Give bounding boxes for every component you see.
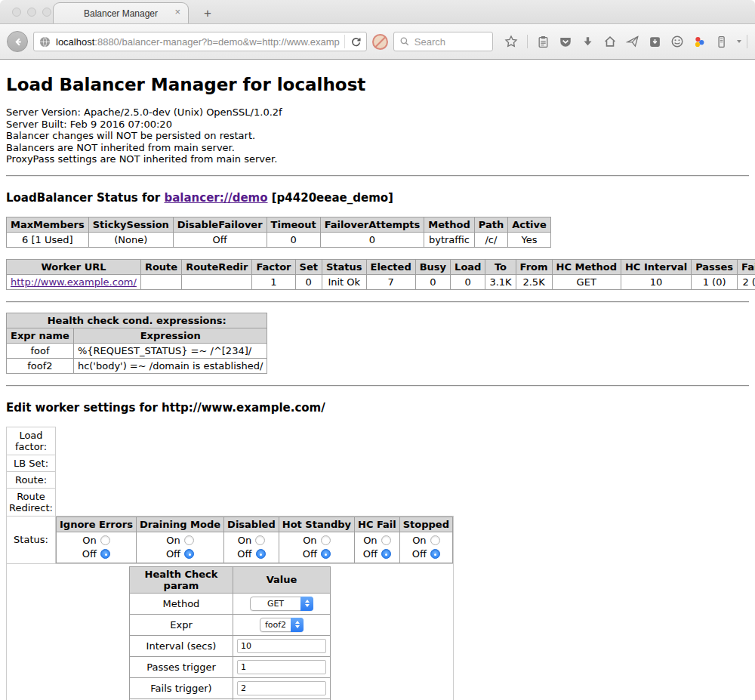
column-header: Health Check param [130, 566, 233, 593]
status-column-header: Ignore Errors [57, 517, 137, 532]
status-radio-on[interactable] [430, 535, 440, 545]
tab-title: Balancer Manager [84, 8, 158, 19]
table-cell: 7 [366, 274, 415, 289]
feedback-smiley-icon[interactable] [670, 35, 684, 48]
column-header: HC Method [552, 259, 621, 274]
table-cell: (None) [88, 232, 173, 247]
status-radio-off[interactable] [321, 549, 331, 559]
table-cell: /c/ [474, 232, 507, 247]
status-option-cell: OnOff [279, 532, 354, 563]
status-radio-label: On [412, 534, 426, 547]
status-option-line: On [140, 534, 220, 547]
chevron-down-icon [305, 604, 310, 607]
table-row: Passes trigger [130, 656, 331, 677]
column-header: To [485, 259, 516, 274]
url-text[interactable]: localhost:8880/balancer-manager?b=demo&w… [56, 36, 340, 48]
download-icon[interactable] [581, 35, 594, 48]
table-cell: 0 [267, 232, 320, 247]
column-header: Factor [252, 259, 295, 274]
minimize-window-button[interactable] [27, 8, 36, 17]
column-header: Active [508, 217, 551, 232]
status-option-line: On [282, 534, 351, 547]
expr-select[interactable]: foof2 [260, 618, 304, 632]
column-header: Method [424, 217, 474, 232]
status-option-line: Off [282, 547, 351, 561]
passes-triggerinput[interactable] [237, 660, 326, 674]
column-header: Timeout [267, 217, 320, 232]
status-radio-off[interactable] [100, 549, 110, 559]
zoom-window-button[interactable] [42, 8, 51, 17]
close-window-button[interactable] [12, 8, 21, 17]
hc-param-value [233, 635, 331, 656]
status-option-line: Off [140, 547, 220, 561]
table-row: foof2hc('body') =~ /domain is establishe… [7, 358, 267, 373]
status-radio-on[interactable] [321, 535, 331, 545]
adblock-icon[interactable] [372, 34, 388, 50]
column-header: RouteRedir [182, 259, 252, 274]
reload-button[interactable] [344, 35, 362, 48]
status-radio-on[interactable] [255, 535, 265, 545]
column-header: Worker URL [7, 259, 141, 274]
table-cell: Init Ok [322, 274, 366, 289]
table-cell: 1 [252, 274, 295, 289]
hc-param-value: GET [233, 593, 331, 614]
form-field-row: Route Redirect: [7, 488, 454, 516]
column-header: Fails [738, 259, 755, 274]
status-radio-off[interactable] [430, 549, 440, 559]
device-icon[interactable] [715, 35, 728, 48]
status-radio-off[interactable] [256, 549, 266, 559]
table-cell: http://www.example.com/ [7, 274, 141, 289]
column-header: Set [295, 259, 322, 274]
status-radio-on[interactable] [381, 535, 391, 545]
clipboard-icon[interactable] [537, 35, 550, 48]
status-radio-on[interactable] [184, 535, 194, 545]
panel-download-icon[interactable] [649, 35, 661, 48]
status-option-cell: OnOff [224, 532, 279, 563]
table-cell: 6 [1 Used] [7, 232, 89, 247]
worker-url-link[interactable]: http://www.example.com/ [11, 276, 137, 288]
window-controls [12, 8, 51, 17]
color-dots-icon[interactable] [693, 35, 706, 48]
status-radio-on[interactable] [100, 535, 110, 545]
fails-trigger-input[interactable] [237, 681, 326, 695]
tab-close-icon[interactable]: × [174, 7, 180, 17]
new-tab-button[interactable]: + [204, 7, 211, 20]
status-column-header: Hot Standby [279, 517, 354, 532]
browser-tab[interactable]: Balancer Manager × [53, 2, 189, 23]
url-bar[interactable]: localhost:8880/balancer-manager?b=demo&w… [33, 32, 367, 51]
search-bar[interactable]: Search [393, 32, 493, 51]
status-option-cell: OnOff [355, 532, 400, 563]
server-info-line: Server Built: Feb 9 2016 07:00:20 [6, 119, 749, 131]
send-plane-icon[interactable] [626, 35, 639, 48]
divider [6, 385, 749, 387]
method-select[interactable]: GET [250, 597, 313, 611]
overflow-caret-icon[interactable] [737, 40, 741, 43]
toolbar-divider [527, 35, 528, 48]
hc-param-label: Fails trigger) [130, 677, 233, 698]
server-info-line: Balancer changes will NOT be persisted o… [6, 130, 749, 142]
status-option-cell: OnOff [399, 532, 452, 563]
status-radio-label: Off [166, 547, 180, 561]
status-radio-off[interactable] [184, 549, 194, 559]
hc-param-label: Method [130, 593, 233, 614]
search-placeholder: Search [414, 36, 445, 48]
status-column-header: HC Fail [355, 517, 400, 532]
status-column-header: Disabled [224, 517, 279, 532]
interval-secs-input[interactable] [237, 639, 326, 653]
table-cell [182, 274, 252, 289]
table-row: foof%{REQUEST_STATUS} =~ /^[234]/ [7, 343, 267, 358]
hc-param-label: Passes trigger [130, 656, 233, 677]
table-cell: 2 (0) [738, 274, 755, 289]
page-title: Load Balancer Manager for localhost [6, 75, 749, 94]
pocket-icon[interactable] [559, 35, 572, 48]
form-field-label: LB Set: [7, 455, 56, 471]
column-header: Elected [366, 259, 415, 274]
balancer-link[interactable]: balancer://demo [164, 191, 267, 205]
bookmark-star-icon[interactable] [504, 35, 518, 48]
status-radio-label: On [166, 534, 180, 547]
select-value: GET [251, 599, 300, 609]
home-icon[interactable] [603, 35, 617, 48]
status-radio-off[interactable] [381, 549, 391, 559]
loadbalancer-status-heading: LoadBalancer Status for balancer://demo … [6, 191, 749, 205]
back-button[interactable] [7, 31, 28, 52]
